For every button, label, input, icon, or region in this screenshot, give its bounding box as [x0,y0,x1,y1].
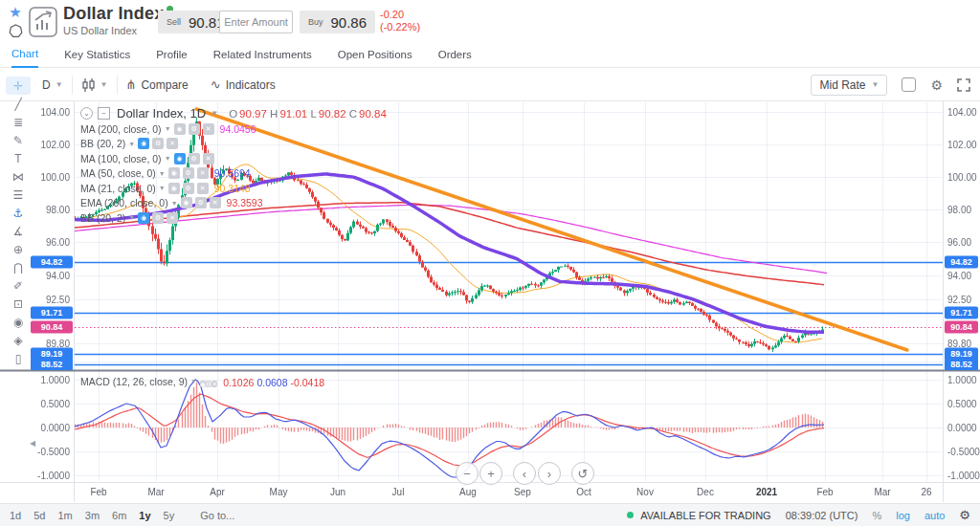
zoom-in-button[interactable]: + [479,462,502,485]
amount-input[interactable] [219,11,293,33]
interval-dropdown[interactable]: D ▼ [42,78,63,92]
toolbar-separator [117,76,118,95]
close-icon[interactable]: ✕ [197,167,209,179]
settings-gear-icon[interactable]: ⚙ [959,508,970,522]
eye-icon[interactable]: ◉ [168,167,180,179]
price-change: -0.20 (-0.22%) [380,9,420,33]
indicator-label[interactable]: MA (100, close, 0) [80,153,162,164]
eye-icon[interactable]: ◉ [138,212,149,224]
indicator-label[interactable]: BB (20, 2) [80,138,125,149]
range-3m[interactable]: 3m [85,510,100,521]
zoom-in-icon[interactable]: ⊕ [6,240,31,258]
axis-tick: 100.00 [947,172,977,183]
indicator-label[interactable]: EMA (200, close, 0) [80,197,168,208]
close-icon[interactable]: ✕ [203,123,214,135]
macd-axis-left[interactable]: 1.00000.50000.0000-0.5000-1.0000 [29,372,74,481]
remove-icon[interactable]: ▯ [6,349,31,367]
anchor-icon[interactable]: ⚓ [6,204,31,222]
eye-icon[interactable]: ◉ [138,138,149,149]
goto-date-button[interactable]: Go to... [200,510,234,521]
chart-legend: ⌄ − Dollar Index, 1D ▼ O90.97 H91.01 L90… [80,105,387,226]
percent-scale-button[interactable]: % [872,510,881,521]
tab-chart[interactable]: Chart [11,48,38,68]
drawing-mode-icon[interactable]: ✐ [6,276,31,295]
chart-style-dropdown[interactable]: ▼ [81,77,108,93]
close-icon[interactable]: ✕ [197,183,209,194]
price-axis-right[interactable]: 104.00102.00100.0098.0096.0094.0092.5089… [945,101,980,370]
indicator-label[interactable]: BB (20, 2) [80,212,125,224]
close-icon[interactable]: ✕ [167,138,178,149]
magnet-icon[interactable]: ⋂ [6,258,31,276]
eye-icon[interactable]: ◉ [174,153,186,164]
range-1d[interactable]: 1d [10,510,21,521]
lock-icon[interactable]: ⊡ [6,295,31,313]
range-5y[interactable]: 5y [164,510,175,521]
gear-icon[interactable]: ⚙ [195,197,207,208]
xabcd-pattern-icon[interactable]: ⋈ [6,167,31,186]
reset-chart-button[interactable]: ↺ [571,462,594,485]
fib-retracement-icon[interactable]: ≣ [6,113,31,131]
macd-value: -0.0418 [291,377,325,388]
eye-icon[interactable]: ◉ [181,197,192,208]
text-icon[interactable]: T [6,149,31,167]
gear-icon[interactable]: ⚙ [930,77,943,93]
indicator-row: MA (100, close, 0)▼◉⚙✕ [80,151,387,166]
forecast-icon[interactable]: ☰ [6,186,31,204]
range-1m[interactable]: 1m [58,510,73,521]
eye-icon[interactable]: ◉ [168,183,180,194]
macd-label[interactable]: MACD (12, 26, close, 9) [80,376,188,387]
price-axis-left[interactable]: 104.00102.00100.0098.0096.0094.0092.5089… [29,101,74,370]
brush-icon[interactable]: ✎ [6,131,31,149]
chevron-down-icon[interactable]: ▼ [211,109,218,118]
hide-all-icon[interactable]: ◉ [6,313,31,331]
indicator-value: 94.0456 [220,123,256,135]
axis-tick: 0.0000 [947,423,977,433]
tab-related-instruments[interactable]: Related Instruments [213,49,312,67]
trend-line-icon[interactable]: ╱ [6,95,31,113]
tree-legend-icon[interactable]: − [98,107,110,120]
gear-icon[interactable]: ⚙ [189,123,200,135]
measure-icon[interactable]: ∡ [6,222,31,240]
fullscreen-icon[interactable] [957,78,970,92]
compare-button[interactable]: ⋔ Compare [126,77,189,92]
range-1y[interactable]: 1y [139,510,150,521]
crosshair-icon[interactable]: ✛ [6,77,31,95]
object-tree-icon[interactable]: ◈ [6,331,31,349]
tab-profile[interactable]: Profile [156,49,188,67]
close-icon[interactable]: ✕ [203,153,214,164]
time-label: Nov [636,487,654,497]
range-5d[interactable]: 5d [33,510,45,521]
close-icon[interactable]: ✕ [210,197,221,208]
scroll-right-button[interactable]: › [538,462,561,485]
close-icon[interactable]: ✕ [167,212,178,224]
mid-rate-dropdown[interactable]: Mid Rate ▼ [811,75,887,96]
time-label: Jun [330,487,345,497]
macd-axis-right[interactable]: 1.00000.50000.0000-0.5000-1.0000 [945,372,980,481]
indicator-label[interactable]: MA (200, close, 0) [80,123,162,135]
gear-icon[interactable]: ⚙ [189,153,200,164]
tab-orders[interactable]: Orders [438,49,472,67]
gear-icon[interactable]: ⚙ [183,167,194,179]
gear-icon[interactable]: ⚙ [152,212,164,224]
auto-scale-button[interactable]: auto [924,510,945,521]
eye-icon[interactable]: ◉ [174,123,186,135]
indicator-label[interactable]: MA (21, close, 0) [80,183,156,194]
snapshot-icon[interactable] [902,77,916,92]
indicator-value: 90.5694 [214,167,251,179]
favorite-star-icon[interactable]: ★ [6,5,25,20]
zoom-out-button[interactable]: − [456,462,479,485]
scroll-left-button[interactable]: ‹ [513,462,536,485]
legend-symbol[interactable]: Dollar Index, 1D [117,106,206,121]
log-scale-button[interactable]: log [896,510,910,521]
tab-open-positions[interactable]: Open Positions [338,49,412,67]
indicators-button[interactable]: ∿ Indicators [211,77,276,92]
close-icon[interactable]: ✕ [212,381,217,387]
tab-key-statistics[interactable]: Key Statistics [64,49,130,67]
buy-button[interactable]: Buy 90.86 [300,11,375,33]
gear-icon[interactable]: ⚙ [183,183,194,194]
indicator-label[interactable]: MA (50, close, 0) [80,167,156,179]
time-axis[interactable]: FebMarAprMayJunJulAugSepOctNovDec2021Feb… [0,483,980,502]
range-6m[interactable]: 6m [112,510,126,521]
collapse-legend-icon[interactable]: ⌄ [80,107,93,120]
gear-icon[interactable]: ⚙ [152,138,164,149]
